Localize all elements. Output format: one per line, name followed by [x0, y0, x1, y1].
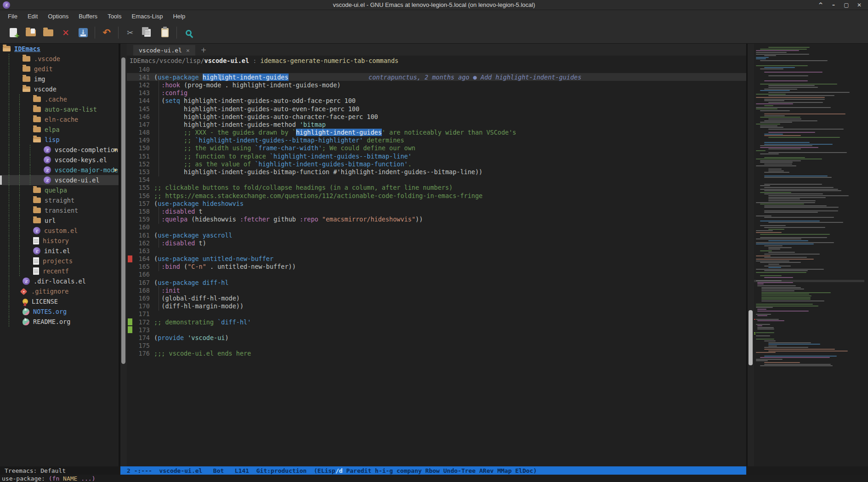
code-line-141[interactable]: 141(use-package highlight-indent-guidesc… — [127, 73, 746, 81]
code-line-153[interactable]: 153 highlight-indent-guides-bitmap-funct… — [127, 168, 746, 176]
code-line-155[interactable]: 155;; clickable buttons to fold/collapse… — [127, 184, 746, 192]
tree-item-idemacs[interactable]: IDEmacs — [0, 44, 119, 54]
tree-item--cache[interactable]: .cache — [0, 94, 119, 104]
tree-item-auto-save-list[interactable]: auto-save-list — [0, 104, 119, 114]
modeline-d-flag[interactable]: /d — [335, 467, 343, 474]
maximize-button[interactable]: ▢ — [843, 2, 850, 8]
code-line-168[interactable]: 168 :init — [127, 286, 746, 294]
code-line-160[interactable]: 160 — [127, 223, 746, 231]
treemacs-panel[interactable]: IDEmacs.vscodegeditimgvscode.cacheauto-s… — [0, 44, 119, 466]
tree-item-init-el[interactable]: εinit.el — [0, 246, 119, 256]
tree-item-elpa[interactable]: elpa — [0, 125, 119, 135]
new-file-button[interactable]: + — [5, 24, 22, 41]
minibuffer[interactable]: use-package: (fn NAME ...) — [0, 475, 868, 482]
code-line-175[interactable]: 175 — [127, 342, 746, 350]
menu-buffers[interactable]: Buffers — [74, 11, 102, 21]
minimap[interactable] — [754, 44, 864, 466]
tree-item-quelpa[interactable]: quelpa — [0, 185, 119, 195]
code-line-164[interactable]: 164(use-package untitled-new-buffer — [127, 255, 746, 263]
code-line-154[interactable]: 154 — [127, 176, 746, 184]
dired-button[interactable] — [40, 24, 57, 41]
code-line-143[interactable]: 143 :config — [127, 89, 746, 97]
menu-file[interactable]: File — [4, 11, 22, 21]
code-line-172[interactable]: 172;; demonstrating `diff-hl' — [127, 318, 746, 326]
shade-window-button[interactable]: ^ — [817, 2, 824, 8]
menu-help[interactable]: Help — [169, 11, 189, 21]
tree-item-history[interactable]: history — [0, 236, 119, 246]
code-line-147[interactable]: 147 highlight-indent-guides-method 'bitm… — [127, 120, 746, 128]
save-buffer-button[interactable] — [74, 24, 92, 41]
tree-item-license[interactable]: LICENSE — [0, 296, 119, 306]
code-line-166[interactable]: 166 — [127, 271, 746, 278]
tree-item-vscode-ui-el[interactable]: εvscode-ui.el — [0, 175, 119, 185]
editor-scrollbar-thumb[interactable] — [121, 57, 125, 364]
code-line-149[interactable]: 149 ;; `highlight-indent-guides--bitmap-… — [127, 136, 746, 144]
code-line-148[interactable]: 148 ;; XXX - the guides drawn by `highli… — [127, 129, 746, 136]
code-line-161[interactable]: 161(use-package yascroll — [127, 231, 746, 239]
tree-item-straight[interactable]: straight — [0, 195, 119, 205]
tree-item-readme-org[interactable]: README.org — [0, 317, 119, 327]
tree-item-vscode[interactable]: vscode — [0, 84, 119, 94]
code-line-142[interactable]: 142 :hook (prog-mode . highlight-indent-… — [127, 81, 746, 89]
minimap-scrollbar[interactable] — [748, 44, 754, 466]
breadcrumb-path[interactable]: IDEmacs/vscode/lisp/ — [130, 57, 204, 64]
code-line-144[interactable]: 144 (setq highlight-indent-guides-auto-o… — [127, 97, 746, 105]
menu-edit[interactable]: Edit — [23, 11, 42, 21]
tab-close-icon[interactable]: × — [186, 47, 190, 54]
code-line-169[interactable]: 169 (global-diff-hl-mode) — [127, 294, 746, 302]
new-tab-button[interactable]: + — [201, 46, 207, 56]
code-line-176[interactable]: 176;;; vscode-ui.el ends here — [127, 350, 746, 357]
tree-item-img[interactable]: img — [0, 74, 119, 84]
tree-item-gedit[interactable]: gedit — [0, 64, 119, 74]
code-line-173[interactable]: 173 — [127, 326, 746, 334]
tab-vscode-ui[interactable]: vscode-ui.el × — [133, 45, 195, 56]
tree-item-eln-cache[interactable]: eln-cache — [0, 114, 119, 125]
cut-button[interactable]: ✂ — [121, 24, 139, 41]
code-line-145[interactable]: 145 highlight-indent-guides-auto-even-fa… — [127, 105, 746, 113]
undo-button[interactable]: ↶ — [98, 24, 115, 41]
tree-item-custom-el[interactable]: εcustom.el — [0, 226, 119, 236]
code-line-174[interactable]: 174(provide 'vscode-ui) — [127, 334, 746, 341]
open-file-button[interactable] — [22, 24, 40, 41]
code-line-140[interactable]: 140 — [127, 65, 746, 73]
code-line-170[interactable]: 170 (diff-hl-margin-mode)) — [127, 302, 746, 310]
editor-modeline[interactable]: 2 -:--- vscode-ui.el Bot L141 Git:produc… — [120, 466, 746, 475]
close-buffer-button[interactable]: ✕ — [57, 24, 74, 41]
copy-button[interactable] — [139, 24, 156, 41]
minimap-scrollbar-thumb[interactable] — [749, 310, 753, 365]
code-line-151[interactable]: 151 ;; function to replace `highlight-in… — [127, 152, 746, 160]
tree-item-notes-org[interactable]: NOTES.org — [0, 306, 119, 317]
code-line-167[interactable]: 167(use-package diff-hl — [127, 278, 746, 286]
minimize-button[interactable]: – — [830, 2, 837, 8]
code-line-162[interactable]: 162 :disabled t) — [127, 239, 746, 247]
tree-item-vscode-keys-el[interactable]: εvscode-keys.el — [0, 155, 119, 165]
tree-item-url[interactable]: url — [0, 215, 119, 226]
menu-options[interactable]: Options — [44, 11, 73, 21]
menu-emacs-lisp[interactable]: Emacs-Lisp — [127, 11, 167, 21]
tree-item-projects[interactable]: projects — [0, 256, 119, 266]
tree-item-vscode-completion-[interactable]: εvscode-completion.➤ — [0, 145, 119, 155]
code-line-163[interactable]: 163 — [127, 247, 746, 255]
code-line-157[interactable]: 157(use-package hideshowvis — [127, 199, 746, 207]
modeline-buffer-info[interactable]: 2 -:--- vscode-ui.el Bot L141 Git:produc… — [127, 467, 335, 474]
code-buffer[interactable]: 140141(use-package highlight-indent-guid… — [127, 65, 746, 466]
code-line-146[interactable]: 146 highlight-indent-guides-auto-charact… — [127, 113, 746, 120]
code-line-165[interactable]: 165 :bind ("C-n" . untitled-new-buffer)) — [127, 263, 746, 271]
tree-item-lisp[interactable]: lisp — [0, 135, 119, 145]
search-button[interactable] — [180, 24, 197, 41]
close-window-button[interactable]: ✕ — [856, 2, 862, 8]
breadcrumb-file[interactable]: vscode-ui.el — [204, 57, 250, 64]
editor-scrollbar[interactable] — [120, 44, 127, 466]
tree-item--gitignore[interactable]: .gitignore — [0, 286, 119, 296]
code-line-171[interactable]: 171 — [127, 310, 746, 318]
code-line-158[interactable]: 158 :disabled t — [127, 207, 746, 215]
tree-item-vscode-major-modes[interactable]: εvscode-major-modes➤ — [0, 165, 119, 175]
paste-button[interactable] — [156, 24, 174, 41]
code-line-156[interactable]: 156;; https://emacs.stackexchange.com/qu… — [127, 192, 746, 199]
code-line-150[interactable]: 150 ;; the width using `frame-char-width… — [127, 144, 746, 152]
code-line-159[interactable]: 159 :quelpa (hideshowvis :fetcher github… — [127, 215, 746, 223]
tree-item--dir-locals-el[interactable]: ε.dir-locals.el — [0, 276, 119, 286]
tree-item-recentf[interactable]: recentf — [0, 266, 119, 276]
menu-tools[interactable]: Tools — [103, 11, 125, 21]
tree-item-transient[interactable]: transient — [0, 205, 119, 215]
